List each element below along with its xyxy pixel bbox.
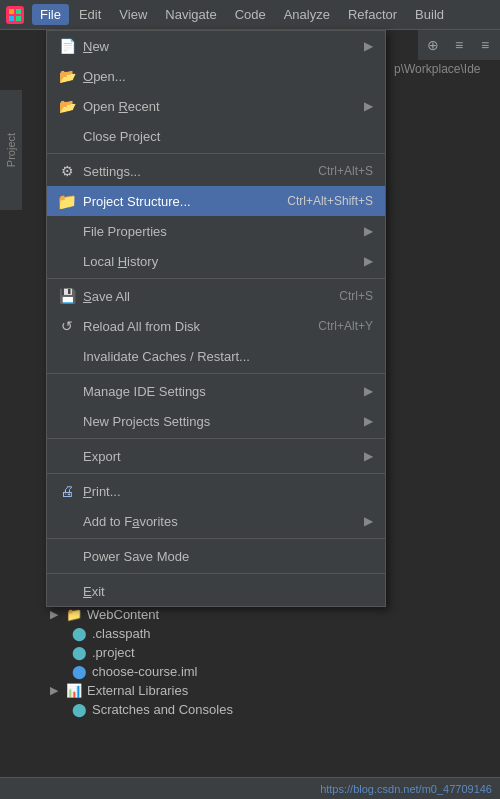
menu-item-file-properties[interactable]: File Properties ▶ (47, 216, 385, 246)
tree-item-choose-course[interactable]: ⬤ choose-course.iml (22, 662, 500, 681)
add-favorites-icon (57, 511, 77, 531)
open-recent-icon: 📂 (57, 96, 77, 116)
menu-analyze[interactable]: Analyze (276, 4, 338, 25)
external-libs-label: External Libraries (87, 683, 188, 698)
menu-item-save-all[interactable]: 💾 Save All Ctrl+S (47, 281, 385, 311)
external-libs-expand: ▶ (50, 684, 62, 697)
menu-code[interactable]: Code (227, 4, 274, 25)
open-recent-label: Open Recent (83, 99, 356, 114)
svg-rect-2 (16, 9, 21, 14)
svg-rect-0 (6, 6, 24, 24)
new-label: New (83, 39, 356, 54)
project-file-label: .project (92, 645, 135, 660)
manage-ide-arrow: ▶ (364, 384, 373, 398)
file-properties-arrow: ▶ (364, 224, 373, 238)
power-save-icon (57, 546, 77, 566)
open-recent-arrow: ▶ (364, 99, 373, 113)
scratches-icon: ⬤ (70, 702, 88, 717)
menu-item-export[interactable]: Export ▶ (47, 441, 385, 471)
divider-6 (47, 538, 385, 539)
menu-item-new[interactable]: 📄 New ▶ (47, 31, 385, 61)
app-logo (4, 4, 26, 26)
settings-menu-icon: ⚙ (57, 161, 77, 181)
tree-item-classpath[interactable]: ⬤ .classpath (22, 624, 500, 643)
menu-bar-items: File Edit View Navigate Code Analyze Ref… (32, 4, 452, 25)
invalidate-label: Invalidate Caches / Restart... (83, 349, 373, 364)
close-project-label: Close Project (83, 129, 373, 144)
export-label: Export (83, 449, 356, 464)
menu-file[interactable]: File (32, 4, 69, 25)
new-arrow: ▶ (364, 39, 373, 53)
add-icon[interactable]: ⊕ (422, 34, 444, 56)
divider-5 (47, 473, 385, 474)
add-favorites-arrow: ▶ (364, 514, 373, 528)
webcontent-label: WebContent (87, 607, 159, 622)
reload-icon: ↺ (57, 316, 77, 336)
save-all-icon: 💾 (57, 286, 77, 306)
classpath-label: .classpath (92, 626, 151, 641)
sidebar-label-text: Project (5, 133, 17, 167)
file-properties-icon (57, 221, 77, 241)
manage-ide-icon (57, 381, 77, 401)
menu-item-reload[interactable]: ↺ Reload All from Disk Ctrl+Alt+Y (47, 311, 385, 341)
print-label: Print... (83, 484, 373, 499)
project-file-icon: ⬤ (70, 645, 88, 660)
menu-view[interactable]: View (111, 4, 155, 25)
save-all-label: Save All (83, 289, 319, 304)
svg-rect-4 (16, 16, 21, 21)
tree-item-webcontent[interactable]: ▶ 📁 WebContent (22, 605, 500, 624)
menu-item-open[interactable]: 📂 Open... (47, 61, 385, 91)
new-icon: 📄 (57, 36, 77, 56)
local-history-label: Local History (83, 254, 356, 269)
path-bar: p\Workplace\Ide (390, 60, 500, 78)
right-toolbar: ⊕ ≡ ≡ (418, 30, 500, 60)
exit-icon (57, 581, 77, 601)
status-bar: https://blog.csdn.net/m0_47709146 (0, 777, 500, 799)
menu-build[interactable]: Build (407, 4, 452, 25)
save-all-shortcut: Ctrl+S (339, 289, 373, 303)
tree-item-scratches[interactable]: ⬤ Scratches and Consoles (22, 700, 500, 719)
open-label: Open... (83, 69, 373, 84)
settings-icon[interactable]: ≡ (474, 34, 496, 56)
project-structure-label: Project Structure... (83, 194, 267, 209)
tree-item-external-libs[interactable]: ▶ 📊 External Libraries (22, 681, 500, 700)
menu-item-settings[interactable]: ⚙ Settings... Ctrl+Alt+S (47, 156, 385, 186)
menu-item-invalidate[interactable]: Invalidate Caches / Restart... (47, 341, 385, 371)
scratches-label: Scratches and Consoles (92, 702, 233, 717)
webcontent-icon: 📁 (65, 607, 83, 622)
menu-item-open-recent[interactable]: 📂 Open Recent ▶ (47, 91, 385, 121)
menu-item-print[interactable]: 🖨 Print... (47, 476, 385, 506)
exit-label: Exit (83, 584, 373, 599)
menu-bar: File Edit View Navigate Code Analyze Ref… (0, 0, 500, 30)
add-favorites-label: Add to Favorites (83, 514, 356, 529)
menu-item-local-history[interactable]: Local History ▶ (47, 246, 385, 276)
menu-edit[interactable]: Edit (71, 4, 109, 25)
menu-item-new-projects[interactable]: New Projects Settings ▶ (47, 406, 385, 436)
invalidate-icon (57, 346, 77, 366)
status-url: https://blog.csdn.net/m0_47709146 (320, 783, 492, 795)
menu-item-project-structure[interactable]: 📁 Project Structure... Ctrl+Alt+Shift+S (47, 186, 385, 216)
menu-item-power-save[interactable]: Power Save Mode (47, 541, 385, 571)
menu-navigate[interactable]: Navigate (157, 4, 224, 25)
settings-label: Settings... (83, 164, 298, 179)
choose-course-label: choose-course.iml (92, 664, 198, 679)
menu-item-add-favorites[interactable]: Add to Favorites ▶ (47, 506, 385, 536)
webcontent-expand: ▶ (50, 608, 62, 621)
close-project-icon (57, 126, 77, 146)
list-icon[interactable]: ≡ (448, 34, 470, 56)
menu-item-exit[interactable]: Exit (47, 576, 385, 606)
file-properties-label: File Properties (83, 224, 356, 239)
project-structure-icon: 📁 (57, 191, 77, 211)
divider-1 (47, 153, 385, 154)
menu-item-manage-ide[interactable]: Manage IDE Settings ▶ (47, 376, 385, 406)
file-dropdown-menu: 📄 New ▶ 📂 Open... 📂 Open Recent ▶ Close … (46, 30, 386, 607)
tree-item-project[interactable]: ⬤ .project (22, 643, 500, 662)
divider-7 (47, 573, 385, 574)
export-icon (57, 446, 77, 466)
project-structure-shortcut: Ctrl+Alt+Shift+S (287, 194, 373, 208)
external-libs-icon: 📊 (65, 683, 83, 698)
new-projects-label: New Projects Settings (83, 414, 356, 429)
menu-item-close-project[interactable]: Close Project (47, 121, 385, 151)
choose-course-icon: ⬤ (70, 664, 88, 679)
menu-refactor[interactable]: Refactor (340, 4, 405, 25)
